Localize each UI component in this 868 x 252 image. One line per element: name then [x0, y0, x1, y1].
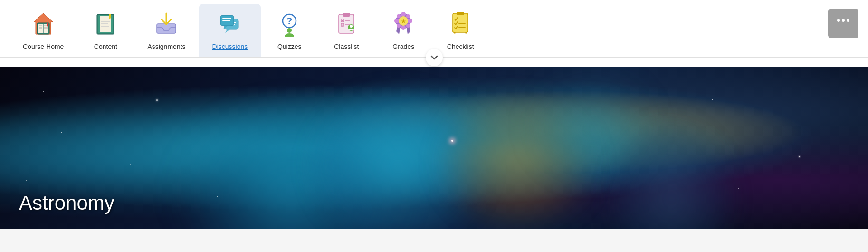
svg-point-48 [394, 19, 399, 23]
svg-point-53 [406, 24, 410, 28]
nav-item-assignments[interactable]: Assignments [134, 4, 199, 57]
nav-item-checklist[interactable]: Checklist [432, 4, 489, 57]
course-banner: Astronomy [0, 67, 868, 229]
nav-label-checklist: Checklist [447, 43, 474, 50]
more-button[interactable] [828, 9, 858, 38]
content-icon [90, 9, 121, 39]
chevron-down-button[interactable] [426, 49, 443, 66]
svg-point-50 [397, 14, 401, 18]
nav-label-grades: Grades [392, 43, 414, 50]
svg-point-52 [397, 24, 401, 28]
grades-icon: ★ [388, 9, 419, 39]
svg-text:?: ? [286, 16, 292, 26]
svg-point-32 [287, 28, 292, 33]
assignments-icon [151, 9, 181, 39]
classlist-icon [331, 9, 362, 39]
discussions-icon [215, 9, 245, 39]
nav-item-content[interactable]: Content [77, 4, 134, 57]
nav-label-classlist: Classlist [334, 43, 359, 50]
svg-point-65 [847, 19, 849, 22]
course-title: Astronomy [19, 192, 114, 214]
svg-point-51 [406, 14, 410, 18]
svg-rect-59 [457, 12, 464, 15]
course-home-icon [28, 9, 58, 39]
nav-label-quizzes: Quizzes [277, 43, 302, 50]
svg-point-42 [350, 25, 353, 28]
svg-rect-20 [157, 24, 176, 33]
nav-label-content: Content [94, 43, 117, 50]
svg-marker-23 [225, 29, 230, 33]
svg-point-47 [401, 25, 406, 30]
more-icon [834, 13, 853, 28]
nav-item-discussions[interactable]: Discussions [199, 4, 261, 57]
svg-point-49 [408, 19, 412, 23]
nav-item-course-home[interactable]: Course Home [10, 4, 77, 57]
nav-item-classlist[interactable]: Classlist [318, 4, 375, 57]
svg-point-46 [401, 12, 406, 17]
nav-item-quizzes[interactable]: ? Quizzes [261, 4, 318, 57]
nav-label-assignments: Assignments [147, 43, 185, 50]
svg-point-63 [837, 19, 840, 22]
svg-rect-34 [343, 13, 350, 17]
checklist-icon [445, 9, 476, 39]
nav-item-grades[interactable]: ★ Grades [375, 4, 432, 57]
quizzes-icon: ? [274, 9, 305, 39]
svg-text:★: ★ [401, 18, 406, 25]
nav-label-course-home: Course Home [23, 43, 64, 50]
nav-label-discussions: Discussions [212, 43, 248, 50]
svg-point-64 [842, 19, 845, 22]
